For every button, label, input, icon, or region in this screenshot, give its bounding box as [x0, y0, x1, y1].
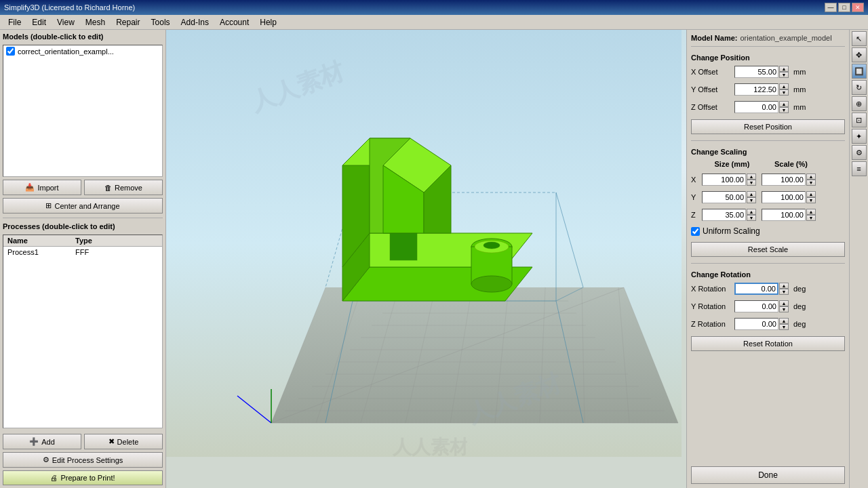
titlebar: Simplify3D (Licensed to Richard Horne) —…: [0, 0, 868, 15]
y-offset-input[interactable]: [734, 83, 778, 96]
x-rotation-wrap: ▲ ▼: [734, 283, 789, 295]
z-offset-input[interactable]: [734, 101, 778, 113]
model-name-value: orientation_example_model: [740, 34, 831, 42]
fit-view-button[interactable]: ⊡: [852, 113, 867, 127]
menu-account[interactable]: Account: [214, 16, 254, 28]
move-tool-button[interactable]: ✥: [852, 47, 867, 62]
cross-section-button[interactable]: ✦: [852, 129, 867, 144]
x-offset-up[interactable]: ▲: [779, 66, 789, 72]
right-toolbar: ↖ ✥ 🔲 ↻ ⊕ ⊡ ✦ ⚙ ≡: [849, 30, 868, 488]
center-arrange-button[interactable]: ⊞ Center and Arrange: [3, 198, 163, 214]
x-offset-input-wrap: ▲ ▼: [734, 66, 789, 78]
model-item[interactable]: correct_orientation_exampl...: [3, 45, 162, 57]
x-scale-input[interactable]: [762, 174, 806, 186]
z-scaling-row: Z ▲ ▼ ▲ ▼: [691, 209, 845, 221]
z-size-down[interactable]: ▼: [747, 215, 756, 221]
bottom-buttons: ➕ Add ✖ Delete ⚙ Edit Process Settings 🖨…: [3, 431, 163, 485]
x-rotation-input[interactable]: [734, 283, 778, 295]
x-size-input[interactable]: [702, 174, 746, 186]
y-offset-down[interactable]: ▼: [779, 89, 789, 96]
uniform-scaling-checkbox[interactable]: [691, 227, 700, 236]
edit-process-icon: ⚙: [43, 455, 50, 464]
z-rotation-wrap: ▲ ▼: [734, 318, 789, 330]
z-size-up[interactable]: ▲: [747, 209, 756, 215]
camera-tool-button[interactable]: 🔲: [852, 64, 867, 79]
y-scale-up[interactable]: ▲: [806, 191, 816, 197]
z-scale-input[interactable]: [762, 209, 806, 221]
y-scale-down[interactable]: ▼: [806, 197, 816, 203]
process-row[interactable]: Process1 FFF: [3, 247, 162, 258]
svg-text:人人素材: 人人素材: [392, 436, 467, 458]
model-name-label: Model Name:: [691, 34, 737, 42]
viewport[interactable]: 人人素材 人人素材 人人素材: [166, 30, 686, 488]
remove-button[interactable]: 🗑 Remove: [84, 180, 163, 195]
x-size-up[interactable]: ▲: [747, 174, 756, 180]
divider-top: [691, 46, 845, 47]
z-axis-label: Z: [691, 211, 699, 219]
menu-file[interactable]: File: [3, 16, 26, 28]
watermark-logo: 人人素材: [386, 430, 467, 464]
change-rotation-title: Change Rotation: [691, 270, 845, 279]
z-scale-up[interactable]: ▲: [806, 209, 816, 215]
z-offset-spinner: ▲ ▼: [779, 101, 789, 113]
uniform-scaling-row: Uniform Scaling: [691, 226, 845, 236]
edit-process-button[interactable]: ⚙ Edit Process Settings: [3, 452, 163, 468]
done-button[interactable]: Done: [691, 466, 845, 484]
y-offset-label: Y Offset: [691, 85, 732, 94]
x-size-down[interactable]: ▼: [747, 180, 756, 186]
menu-edit[interactable]: Edit: [26, 16, 52, 28]
layers-button[interactable]: ≡: [852, 161, 867, 176]
menu-mesh[interactable]: Mesh: [80, 16, 111, 28]
x-scale-up[interactable]: ▲: [806, 174, 816, 180]
menu-help[interactable]: Help: [254, 16, 282, 28]
z-offset-down[interactable]: ▼: [779, 107, 789, 113]
maximize-button[interactable]: □: [838, 3, 850, 12]
model-checkbox[interactable]: [6, 47, 15, 56]
zoom-button[interactable]: ⊕: [852, 96, 867, 111]
x-rotation-down[interactable]: ▼: [779, 289, 789, 295]
y-size-spinner: ▲ ▼: [747, 191, 756, 203]
divider1: [3, 218, 163, 218]
menu-repair[interactable]: Repair: [111, 16, 145, 28]
prepare-print-button[interactable]: 🖨 Prepare to Print!: [3, 470, 163, 485]
y-size-down[interactable]: ▼: [747, 197, 756, 203]
window-controls: — □ ✕: [825, 3, 864, 12]
y-scale-input[interactable]: [762, 191, 806, 203]
z-rotation-input[interactable]: [734, 318, 778, 330]
x-offset-input[interactable]: [734, 66, 778, 78]
minimize-button[interactable]: —: [825, 3, 837, 12]
z-offset-up[interactable]: ▲: [779, 101, 789, 107]
x-rotation-up[interactable]: ▲: [779, 283, 789, 289]
z-size-input[interactable]: [702, 209, 746, 221]
select-tool-button[interactable]: ↖: [852, 31, 867, 46]
delete-button[interactable]: ✖ Delete: [84, 434, 163, 449]
z-rotation-label: Z Rotation: [691, 320, 732, 328]
settings-button[interactable]: ⚙: [852, 145, 867, 160]
rotate-view-button[interactable]: ↻: [852, 80, 867, 95]
y-rotation-down[interactable]: ▼: [779, 306, 789, 312]
reset-position-button[interactable]: Reset Position: [691, 119, 845, 134]
reset-rotation-button[interactable]: Reset Rotation: [691, 336, 845, 351]
x-scale-down[interactable]: ▼: [806, 180, 816, 186]
z-rotation-down[interactable]: ▼: [779, 324, 789, 330]
reset-scale-button[interactable]: Reset Scale: [691, 242, 845, 257]
y-rotation-label: Y Rotation: [691, 302, 732, 310]
y-rotation-input[interactable]: [734, 300, 778, 312]
import-button[interactable]: 📥 Import: [3, 180, 81, 195]
add-button[interactable]: ➕ Add: [3, 434, 81, 449]
y-rotation-up[interactable]: ▲: [779, 300, 789, 306]
close-button[interactable]: ✕: [852, 3, 864, 12]
y-size-input[interactable]: [702, 191, 746, 203]
y-offset-up[interactable]: ▲: [779, 83, 789, 89]
menu-addins[interactable]: Add-Ins: [176, 16, 214, 28]
y-size-up[interactable]: ▲: [747, 191, 756, 197]
menu-tools[interactable]: Tools: [146, 16, 176, 28]
z-rotation-up[interactable]: ▲: [779, 318, 789, 324]
x-offset-unit: mm: [793, 68, 810, 76]
col-name-header: Name: [3, 235, 71, 246]
processes-section-title: Processes (double-click to edit): [3, 222, 163, 230]
x-offset-label: X Offset: [691, 68, 732, 76]
z-scale-down[interactable]: ▼: [806, 215, 816, 221]
x-offset-down[interactable]: ▼: [779, 72, 789, 78]
menu-view[interactable]: View: [52, 16, 80, 28]
